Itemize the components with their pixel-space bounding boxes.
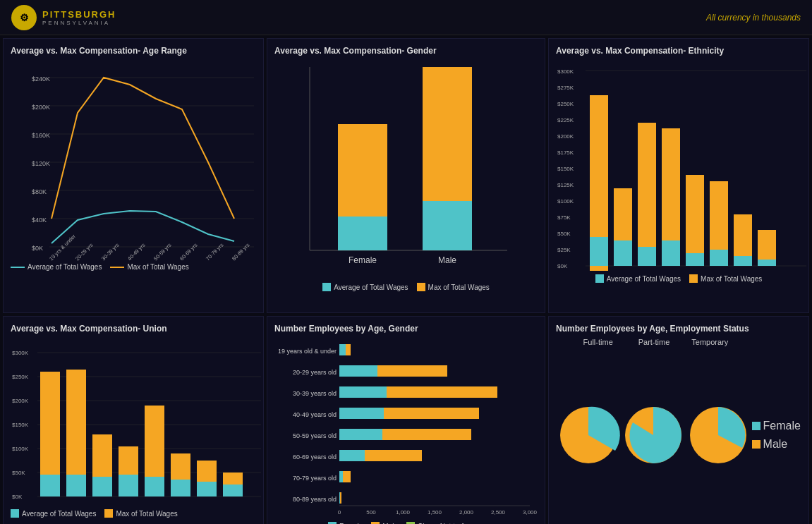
panel-gender-title: Average vs. Max Compensation- Gender: [274, 46, 538, 56]
union-legend: Average of Total Wages Max of Total Wage…: [11, 509, 256, 518]
logo-city: PITTSBURGH: [42, 9, 116, 20]
legend-max-union-label: Max of Total Wages: [116, 510, 177, 518]
legend-max-gender: Max of Total Wages: [417, 283, 490, 291]
svg-text:$250K: $250K: [12, 374, 29, 380]
svg-text:$150K: $150K: [557, 166, 574, 172]
legend-avg-eth: Average of Total Wages: [595, 274, 681, 283]
svg-text:40-49 years old: 40-49 years old: [293, 411, 337, 418]
svg-text:19 years old & under: 19 years old & under: [278, 348, 337, 355]
legend-avg-union: Average of Total Wages: [11, 509, 96, 518]
svg-text:19 yrs & under: 19 yrs & under: [48, 233, 77, 262]
svg-text:1,000: 1,000: [396, 509, 411, 516]
emp-status-headers: Full-time Part-time Temporary: [570, 338, 738, 346]
svg-text:60-69 years old: 60-69 years old: [293, 453, 337, 461]
svg-text:$150K: $150K: [12, 422, 29, 428]
svg-text:$225K: $225K: [557, 117, 574, 123]
panel-emp-age: Number Employees by Age, Gender 19 years…: [267, 316, 545, 524]
legend-male-status: Male: [752, 438, 801, 451]
r4-m: [384, 408, 479, 419]
svg-text:30-39 yrs: 30-39 yrs: [100, 242, 121, 262]
svg-text:$200K: $200K: [32, 104, 50, 111]
gender-legend: Average of Total Wages Max of Total Wage…: [274, 283, 538, 291]
legend-max-eth-label: Max of Total Wages: [701, 275, 762, 283]
female-avg-bar: [338, 217, 387, 250]
panel-union: Average vs. Max Compensation- Union $0K …: [3, 316, 264, 524]
dashboard: Average vs. Max Compensation- Age Range …: [0, 35, 812, 524]
age-line-chart: $0K $40K $80K $120K $160K $200K $240K 19…: [11, 60, 257, 257]
panel-age: Average vs. Max Compensation- Age Range …: [3, 38, 264, 313]
legend-max-gender-label: Max of Total Wages: [428, 284, 490, 291]
svg-text:2,500: 2,500: [491, 509, 506, 516]
r7-m: [343, 471, 351, 482]
eth-m-avg: [710, 250, 728, 266]
r6-f: [339, 450, 365, 461]
svg-text:$300K: $300K: [12, 350, 29, 356]
svg-text:$75K: $75K: [557, 214, 571, 221]
svg-text:$80K: $80K: [32, 188, 47, 195]
u7-avg: [197, 482, 217, 496]
legend-avg: Average of Total Wages: [11, 263, 102, 271]
u3-avg: [92, 477, 112, 496]
svg-text:$160K: $160K: [32, 132, 50, 139]
r6-m: [365, 450, 422, 461]
pie-parttime: [622, 403, 685, 467]
u6-avg: [171, 480, 190, 496]
svg-text:0: 0: [338, 509, 341, 516]
panel-emp-status-title: Number Employees by Age, Employment Stat…: [556, 324, 801, 334]
legend-avg-label: Average of Total Wages: [28, 263, 102, 271]
gender-bar-chart: Female Male: [274, 60, 528, 279]
svg-text:$300K: $300K: [557, 68, 574, 75]
svg-text:$275K: $275K: [557, 85, 574, 91]
svg-text:500: 500: [366, 509, 376, 516]
logo-text-block: PITTSBURGH PENNSYLVANIA: [42, 9, 116, 26]
svg-text:$0K: $0K: [557, 263, 568, 269]
svg-text:50-59 years old: 50-59 years old: [293, 432, 337, 439]
age-legend: Average of Total Wages Max of Total Wage…: [11, 263, 256, 271]
svg-text:$125K: $125K: [557, 182, 574, 188]
pie-charts-row: Female Male: [556, 353, 801, 516]
r2-f: [339, 365, 377, 377]
svg-text:20-29 yrs: 20-29 yrs: [74, 242, 95, 262]
u1-avg: [40, 475, 60, 496]
svg-text:$25K: $25K: [557, 247, 571, 253]
header: ⚙ PITTSBURGH PENNSYLVANIA All currency i…: [0, 0, 812, 35]
r7-f: [339, 471, 343, 482]
legend-max-label: Max of Total Wages: [127, 263, 188, 271]
svg-text:Female: Female: [349, 255, 377, 265]
eth-n-max: [686, 175, 704, 266]
svg-text:80-89 yrs: 80-89 yrs: [231, 242, 251, 262]
r4-f: [339, 408, 384, 419]
eth-h-max: [638, 123, 656, 266]
svg-text:80-89 years old: 80-89 years old: [293, 496, 337, 503]
r3-m: [387, 386, 497, 398]
r8-f: [339, 492, 340, 504]
eth-h-avg: [638, 247, 656, 266]
svg-text:3,000: 3,000: [523, 509, 538, 516]
svg-text:$200K: $200K: [557, 133, 574, 140]
ethnicity-legend: Average of Total Wages Max of Total Wage…: [556, 274, 801, 283]
svg-text:40-49 yrs: 40-49 yrs: [126, 242, 147, 262]
r5-m: [382, 429, 471, 440]
legend-max-eth: Max of Total Wages: [689, 274, 762, 283]
legend-max-union: Max of Total Wages: [104, 509, 177, 518]
legend-female-status-label: Female: [763, 420, 801, 432]
emp-age-chart-area: 19 years old & under 20-29 years old 30-…: [274, 338, 538, 520]
svg-text:70-79 years old: 70-79 years old: [293, 475, 337, 482]
panel-ethnicity: Average vs. Max Compensation- Ethnicity …: [548, 38, 809, 313]
col-temporary: Temporary: [682, 338, 738, 346]
ethnicity-bar-chart: $0K $25K $50K $75K $100K $125K $150K $17…: [556, 60, 806, 272]
svg-text:60-69 yrs: 60-69 yrs: [178, 242, 199, 262]
emp-status-legend: Female Male: [752, 420, 801, 451]
r1-m: [346, 344, 351, 355]
col-fulltime: Full-time: [570, 338, 626, 346]
male-avg-bar: [423, 201, 472, 250]
panel-ethnicity-title: Average vs. Max Compensation- Ethnicity: [556, 46, 801, 56]
logo-icon: ⚙: [11, 5, 37, 30]
r3-f: [339, 386, 387, 398]
ethnicity-chart-area: $0K $25K $50K $75K $100K $125K $150K $17…: [556, 60, 801, 274]
pie-temporary: [686, 403, 750, 467]
svg-text:$50K: $50K: [12, 470, 25, 476]
svg-text:20-29 years old: 20-29 years old: [293, 369, 337, 376]
svg-text:$50K: $50K: [557, 231, 571, 237]
legend-avg-union-label: Average of Total Wages: [22, 510, 96, 518]
